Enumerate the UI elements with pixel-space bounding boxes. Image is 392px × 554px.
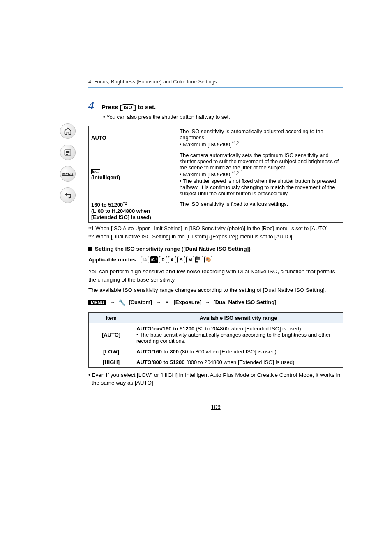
table-row: [LOW] AUTO/160 to 800 (80 to 800 when [E… xyxy=(89,346,343,357)
table-row: AUTO The ISO sensitivity is automaticall… xyxy=(89,126,343,150)
menu-badge: MENU xyxy=(88,300,106,305)
applicable-modes: Applicable modes: iA iA⁺ P A S M 🎬M 🎨 xyxy=(88,256,343,263)
header-item: Item xyxy=(89,312,134,323)
final-note: • Even if you select [LOW] or [HIGH] in … xyxy=(88,371,343,387)
mode-creative-icon: 🎨 xyxy=(204,256,212,263)
mode-m-icon: M xyxy=(186,256,194,263)
sidebar-nav: MENU xyxy=(58,123,78,203)
mode-ia-icon: iA xyxy=(141,256,149,263)
cell-intelligent-desc: The camera automatically sets the optimu… xyxy=(177,150,343,199)
applicable-label: Applicable modes: xyxy=(88,256,138,263)
body-paragraph-2: The available ISO sensitivity range chan… xyxy=(88,286,343,294)
toc-icon[interactable] xyxy=(60,145,76,160)
iso-settings-table: AUTO The ISO sensitivity is automaticall… xyxy=(88,126,343,223)
wrench-icon: 🔧 xyxy=(118,299,125,306)
mode-icons-row: iA iA⁺ P A S M 🎬M 🎨 xyxy=(141,256,212,263)
range-rest: (80 to 204800 when [Extended ISO] is use… xyxy=(194,325,301,332)
mode-s-icon: S xyxy=(177,256,185,263)
step-text-pre: Press [ xyxy=(101,104,122,111)
step-number: 4 xyxy=(88,99,94,112)
range-bold: AUTO/800 to 51200 xyxy=(136,359,185,365)
sub-bullet: • You can also press the shutter button … xyxy=(103,114,343,120)
divider xyxy=(88,87,343,88)
cell-intelligent-label: iISO(Intelligent) xyxy=(89,150,177,199)
range-rest: (800 to 204800 when [Extended ISO] is us… xyxy=(185,359,295,365)
footnote-1: *1 When [ISO Auto Upper Limit Setting] i… xyxy=(88,225,343,232)
arrow-icon: → xyxy=(205,299,210,305)
cell-range-auto: AUTO/iISO/160 to 51200 (80 to 204800 whe… xyxy=(134,323,343,346)
header-range: Available ISO sensitivity range xyxy=(134,312,343,323)
cell-auto-desc: The ISO sensitivity is automatically adj… xyxy=(177,126,343,150)
mode-p-icon: P xyxy=(159,256,167,263)
footnote-2: *2 When [Dual Native ISO Setting] in the… xyxy=(88,233,343,240)
arrow-icon: → xyxy=(110,299,115,305)
mode-a-icon: A xyxy=(168,256,176,263)
menu-icon[interactable]: MENU xyxy=(60,166,76,182)
range-rest: (80 to 800 when [Extended ISO] is used) xyxy=(179,349,277,355)
menu-setting: [Dual Native ISO Setting] xyxy=(213,299,276,305)
cell-item-auto: [AUTO] xyxy=(89,323,134,346)
range-bold: AUTO/160 to 800 xyxy=(136,349,179,355)
step-text: Press [ISO] to set. xyxy=(101,104,156,111)
menu-path: MENU → 🔧 [Custom] → ☀ [Exposure] → [Dual… xyxy=(88,299,343,306)
cell-fixed-desc: The ISO sensitivity is fixed to various … xyxy=(177,199,343,222)
table-row: iISO(Intelligent) The camera automatical… xyxy=(89,150,343,199)
iso-range-table: Item Available ISO sensitivity range [AU… xyxy=(88,312,343,368)
breadcrumb: 4. Focus, Brightness (Exposure) and Colo… xyxy=(88,79,343,87)
cell-range-low: AUTO/160 to 800 (80 to 800 when [Extende… xyxy=(134,346,343,357)
table-row: [HIGH] AUTO/800 to 51200 (800 to 204800 … xyxy=(89,357,343,367)
cell-auto-label: AUTO xyxy=(89,126,177,150)
mode-iaplus-icon: iA⁺ xyxy=(150,256,158,263)
menu-exposure: [Exposure] xyxy=(173,299,201,305)
table-header-row: Item Available ISO sensitivity range xyxy=(89,312,343,323)
range-bullet: • The base sensitivity automatically cha… xyxy=(136,332,331,344)
table-row: [AUTO] AUTO/iISO/160 to 51200 (80 to 204… xyxy=(89,323,343,346)
exposure-icon: ☀ xyxy=(164,300,170,305)
cell-fixed-label: 160 to 51200*2(L.80 to H.204800 when [Ex… xyxy=(89,199,177,222)
menu-custom: [Custom] xyxy=(129,299,152,305)
bullet-square-icon xyxy=(88,247,92,251)
table-row: 160 to 51200*2(L.80 to H.204800 when [Ex… xyxy=(89,199,343,222)
section-header-text: Setting the ISO sensitivity range ([Dual… xyxy=(95,246,251,252)
home-icon[interactable] xyxy=(60,123,76,139)
cell-item-high: [HIGH] xyxy=(89,357,134,367)
cell-item-low: [LOW] xyxy=(89,346,134,357)
intelligent-label-text: (Intelligent) xyxy=(91,174,120,180)
step-text-post: ] to set. xyxy=(134,104,156,111)
iso-button-label: ISO xyxy=(122,104,134,111)
cell-range-high: AUTO/800 to 51200 (800 to 204800 when [E… xyxy=(134,357,343,367)
arrow-icon: → xyxy=(155,299,161,305)
section-header: Setting the ISO sensitivity range ([Dual… xyxy=(88,246,343,252)
page-content: 4. Focus, Brightness (Exposure) and Colo… xyxy=(88,79,343,410)
page-number: 109 xyxy=(88,404,343,410)
mode-movie-icon: 🎬M xyxy=(195,256,203,263)
step-4: 4 Press [ISO] to set. xyxy=(88,99,343,112)
body-paragraph-1: You can perform high-sensitive and low-n… xyxy=(88,268,343,284)
back-icon[interactable] xyxy=(60,187,76,203)
